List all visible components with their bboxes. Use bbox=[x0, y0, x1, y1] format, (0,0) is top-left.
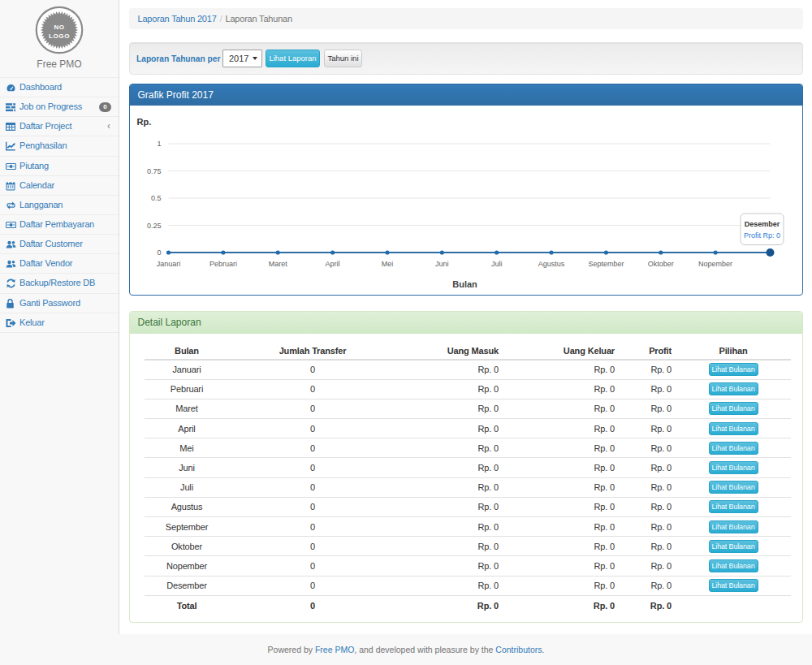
svg-text:Januari: Januari bbox=[156, 260, 180, 268]
svg-text:Rp.: Rp. bbox=[136, 117, 151, 127]
svg-text:Desember: Desember bbox=[744, 220, 780, 228]
svg-text:September: September bbox=[588, 260, 624, 268]
svg-text:Mei: Mei bbox=[381, 260, 393, 268]
svg-text:0.25: 0.25 bbox=[146, 222, 161, 230]
svg-text:NO: NO bbox=[54, 24, 64, 31]
svg-text:Nopember: Nopember bbox=[698, 260, 732, 268]
svg-text:Maret: Maret bbox=[268, 260, 287, 268]
svg-text:April: April bbox=[325, 260, 339, 268]
svg-text:Profit Rp: 0: Profit Rp: 0 bbox=[743, 231, 780, 240]
svg-text:1: 1 bbox=[157, 140, 161, 148]
svg-text:Agustus: Agustus bbox=[538, 260, 564, 268]
svg-text:0.5: 0.5 bbox=[150, 194, 161, 202]
svg-text:LOGO: LOGO bbox=[49, 32, 70, 40]
svg-text:Juni: Juni bbox=[435, 260, 449, 268]
svg-text:Juli: Juli bbox=[490, 260, 502, 268]
svg-text:Pebruari: Pebruari bbox=[209, 260, 236, 268]
svg-text:0: 0 bbox=[157, 248, 161, 257]
svg-text:0.75: 0.75 bbox=[146, 167, 161, 175]
svg-text:Oktober: Oktober bbox=[647, 260, 673, 268]
svg-text:Bulan: Bulan bbox=[452, 279, 477, 289]
